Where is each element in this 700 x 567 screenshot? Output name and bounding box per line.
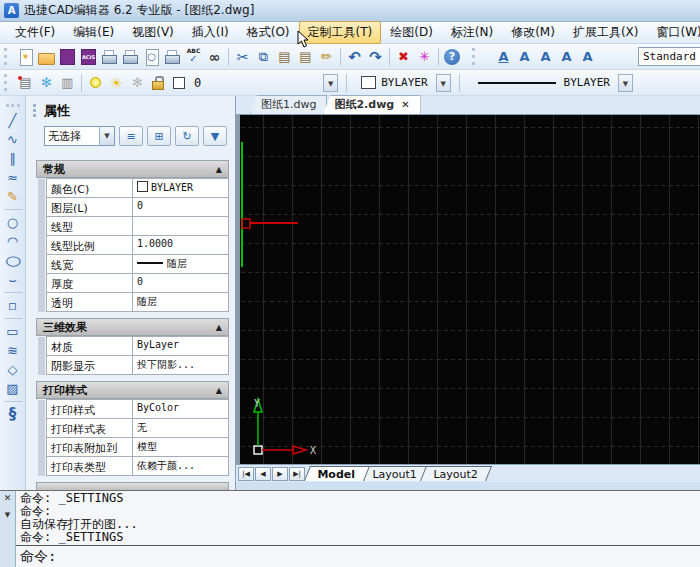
layer-thaw-sun-icon[interactable]: ☀ xyxy=(106,72,127,94)
separator[interactable] xyxy=(340,48,341,66)
print-icon[interactable] xyxy=(120,46,141,68)
plot-export-icon[interactable] xyxy=(99,46,120,68)
separator[interactable] xyxy=(4,209,22,210)
menu-item[interactable]: 绘图(D) xyxy=(381,21,442,44)
polyline-tool[interactable]: ∿ xyxy=(2,130,24,149)
save-icon[interactable] xyxy=(57,46,78,68)
explode-icon[interactable]: ✳ xyxy=(414,46,435,68)
point-tool[interactable]: ▫ xyxy=(2,296,24,315)
separator[interactable] xyxy=(389,48,390,66)
separator[interactable] xyxy=(228,48,229,66)
color-dropdown-button[interactable]: ▼ xyxy=(436,74,451,92)
collapse-icon[interactable]: ▲ xyxy=(216,323,222,332)
help-icon[interactable]: ? xyxy=(444,49,460,65)
collapse-icon[interactable]: ▲ xyxy=(216,165,222,174)
copy-icon[interactable]: ⧉ xyxy=(253,46,274,68)
layer-dropdown-button[interactable]: ▼ xyxy=(323,74,338,92)
toolbar-handle[interactable] xyxy=(472,48,489,65)
prop-linetype-scale: 线型比例 1.0000 xyxy=(46,236,229,255)
undo-icon[interactable]: ↶ xyxy=(344,46,365,68)
layer-freeze-icon[interactable]: ✻ xyxy=(36,72,57,94)
layout-tab[interactable]: Layout2 xyxy=(420,466,492,481)
close-icon[interactable]: ✕ xyxy=(4,494,12,503)
menu-item[interactable]: 编辑(E) xyxy=(64,21,123,44)
menu-item[interactable]: 窗口(W) xyxy=(647,21,700,44)
layout-nav-button[interactable]: |◀ xyxy=(238,467,254,481)
cut-icon[interactable]: ✂ xyxy=(232,46,253,68)
ellipse-tool[interactable]: ○ xyxy=(0,251,28,270)
polygon-tool[interactable]: ◇ xyxy=(2,360,24,379)
print-preview-icon[interactable]: ○ xyxy=(141,46,162,68)
text-style-icon[interactable]: A xyxy=(514,46,535,68)
separator[interactable] xyxy=(4,292,22,293)
text-check-icon[interactable]: A xyxy=(535,46,556,68)
layer-vp-freeze-icon[interactable]: ✻ xyxy=(127,72,148,94)
menu-item[interactable]: 文件(F) xyxy=(6,21,64,44)
toolbar-drag-handle[interactable] xyxy=(4,48,10,65)
layer-color-swatch[interactable] xyxy=(169,72,190,94)
open-file-icon[interactable] xyxy=(36,46,57,68)
layer-lock-icon[interactable] xyxy=(148,72,169,94)
menu-item[interactable]: 标注(N) xyxy=(442,21,502,44)
rectangle-tool[interactable]: ▭ xyxy=(2,322,24,341)
close-icon[interactable]: ✕ xyxy=(401,99,409,110)
collapse-icon[interactable]: ▲ xyxy=(216,386,222,395)
filter-button[interactable]: ▼ xyxy=(203,126,227,146)
line-tool[interactable]: ╱ xyxy=(2,111,24,130)
quick-select-button[interactable]: ↻ xyxy=(175,126,199,146)
tab-drawing1[interactable]: 图纸1.dwg xyxy=(250,95,327,114)
text-underline-icon[interactable]: A xyxy=(493,46,514,68)
linetype-dropdown-button[interactable]: ▼ xyxy=(618,74,633,92)
tab-drawing2[interactable]: 图纸2.dwg ✕ xyxy=(323,95,420,114)
layout-tab[interactable]: Model xyxy=(304,466,370,481)
command-input[interactable]: 命令: xyxy=(16,546,700,567)
sketch-tool[interactable]: ✎ xyxy=(2,187,24,206)
menu-item[interactable]: 插入(I) xyxy=(183,21,238,44)
separator[interactable] xyxy=(438,48,439,66)
menu-item[interactable]: 定制工具(T) xyxy=(299,21,382,44)
layer-on-bulb-icon[interactable] xyxy=(85,72,106,94)
menu-item[interactable]: 修改(M) xyxy=(502,21,564,44)
menu-item[interactable]: 扩展工具(X) xyxy=(564,21,648,44)
layout-nav-button[interactable]: ◀ xyxy=(255,467,271,481)
circle-tool[interactable]: ○ xyxy=(2,213,24,232)
separator[interactable] xyxy=(4,318,22,319)
selection-dropdown[interactable]: 无选择 ▼ xyxy=(44,126,115,146)
model-canvas[interactable]: Y X xyxy=(236,115,700,464)
spell-check-icon[interactable]: ABC xyxy=(183,46,204,68)
separator[interactable] xyxy=(4,401,22,402)
format-painter-icon[interactable]: ✏ xyxy=(316,46,337,68)
pickadd-toggle-button[interactable]: ≡ xyxy=(119,126,143,146)
delete-icon[interactable]: ✖ xyxy=(393,46,414,68)
section-header-general[interactable]: 常规 ▲ xyxy=(36,160,229,178)
text-edit-icon[interactable]: A xyxy=(556,46,577,68)
menu-item[interactable]: 格式(O) xyxy=(238,21,299,44)
ellipse-arc-tool[interactable]: ⌣ xyxy=(2,270,24,289)
menu-item[interactable]: 视图(V) xyxy=(123,21,183,44)
hatch-tool[interactable]: ▨ xyxy=(2,379,24,398)
multiline-tool[interactable]: ≋ xyxy=(2,341,24,360)
arc-tool[interactable]: ◠ xyxy=(2,232,24,251)
new-file-icon[interactable]: ✶ xyxy=(15,46,36,68)
export-acis-icon[interactable]: ACIS xyxy=(78,46,99,68)
double-line-tool[interactable]: ∥ xyxy=(2,149,24,168)
layer-properties-icon[interactable]: ▤ xyxy=(15,72,36,94)
paste-icon[interactable]: ▤ xyxy=(274,46,295,68)
toolbar-drag-handle[interactable] xyxy=(4,74,10,91)
text-style-dropdown[interactable]: Standard xyxy=(638,47,700,66)
chevron-down-icon[interactable]: ▼ xyxy=(5,511,10,520)
section-header-plot[interactable]: 打印样式 ▲ xyxy=(36,381,229,399)
redo-icon[interactable]: ↷ xyxy=(365,46,386,68)
layout-nav-button[interactable]: ▶| xyxy=(289,467,305,481)
chevron-down-icon[interactable]: ▼ xyxy=(99,127,114,145)
text-find-icon[interactable]: A xyxy=(577,46,598,68)
reverse-tool[interactable]: § xyxy=(2,405,24,424)
find-icon[interactable]: ∞ xyxy=(204,46,225,68)
layer-query-icon[interactable]: ▥ xyxy=(57,72,78,94)
select-objects-button[interactable]: ⊞ xyxy=(147,126,171,146)
section-header-3d[interactable]: 三维效果 ▲ xyxy=(36,318,229,336)
layout-nav-button[interactable]: ▶ xyxy=(272,467,288,481)
page-setup-icon[interactable] xyxy=(162,46,183,68)
layer-toolbar: ▤✻▥ ☀✻ 0 ▼ BYLAYER ▼ BYLAYER ▼ xyxy=(0,70,700,96)
spline-tool[interactable]: ≈ xyxy=(2,168,24,187)
